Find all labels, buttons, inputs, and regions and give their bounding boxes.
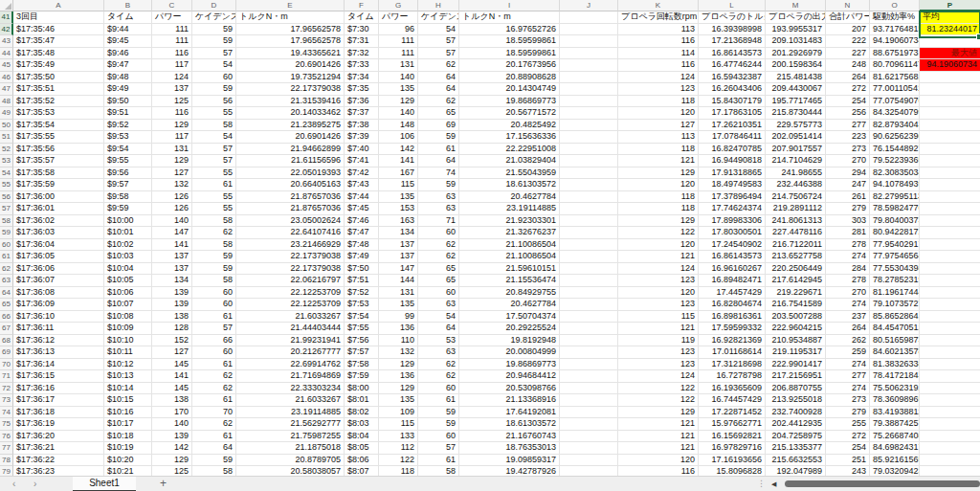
cell-J44[interactable] [560, 48, 618, 60]
cell-F51[interactable]: $7:39 [345, 131, 379, 144]
row-header-61[interactable]: 61 [0, 251, 13, 263]
cell-F73[interactable]: $8:01 [345, 394, 379, 407]
cell-G74[interactable]: 109 [379, 407, 418, 419]
cell-P66[interactable] [920, 311, 980, 324]
cell-I66[interactable]: 17.50704374 [459, 311, 560, 324]
cell-M76[interactable]: 204.7258975 [766, 431, 826, 443]
cell-E50[interactable]: 21.23895275 [236, 120, 345, 132]
cell-P75[interactable] [920, 418, 980, 431]
cell-G54[interactable]: 167 [379, 167, 418, 180]
cell-G67[interactable]: 136 [379, 323, 418, 335]
cell-O53[interactable]: 79.52239365 [870, 155, 920, 167]
cell-J70[interactable] [560, 359, 618, 371]
cell-G78[interactable]: 122 [379, 455, 418, 467]
cell-O44[interactable]: 88.67519731 [870, 48, 920, 60]
cell-I43[interactable]: 18.59599861 [459, 35, 560, 48]
cell-P71[interactable] [920, 370, 980, 383]
cell-I75[interactable]: 18.61303572 [459, 418, 560, 431]
cell-L72[interactable]: 16.19365609 [699, 383, 766, 395]
cell-N61[interactable]: 274 [826, 251, 870, 263]
cell-K42[interactable]: 113 [618, 24, 699, 36]
cell-F68[interactable]: $7:56 [345, 335, 379, 347]
cell-O67[interactable]: 84.45470512 [870, 323, 920, 335]
cell-K60[interactable]: 120 [618, 239, 699, 252]
cell-C64[interactable]: 139 [152, 287, 192, 300]
cell-N74[interactable]: 279 [826, 407, 870, 419]
cell-A55[interactable]: $17:35:59 [13, 179, 104, 191]
cell-E51[interactable]: 20.6901426 [236, 131, 345, 144]
cell-J76[interactable] [560, 431, 618, 443]
cell-O71[interactable]: 78.41721843 [870, 370, 920, 383]
cell-O45[interactable]: 80.70961147 [870, 59, 920, 72]
cell-C72[interactable]: 145 [152, 383, 192, 395]
cell-E41[interactable]: トルクN・m [236, 11, 345, 24]
cell-B45[interactable]: $9:47 [104, 59, 152, 72]
cell-G44[interactable]: 111 [379, 48, 418, 60]
cell-I44[interactable]: 18.59599861 [459, 48, 560, 60]
cell-L54[interactable]: 17.91318865 [699, 167, 766, 180]
cell-P73[interactable] [920, 394, 980, 407]
cell-L58[interactable]: 17.89983306 [699, 215, 766, 228]
cell-P49[interactable] [920, 107, 980, 120]
cell-A69[interactable]: $17:36:13 [13, 346, 104, 359]
cell-L68[interactable]: 16.92821369 [699, 335, 766, 347]
cell-C61[interactable]: 137 [152, 251, 192, 263]
cell-E73[interactable]: 21.6033267 [236, 394, 345, 407]
cell-I69[interactable]: 20.00804999 [459, 346, 560, 359]
row-header-41[interactable]: 41 [0, 11, 13, 24]
cell-P57[interactable] [920, 203, 980, 215]
cell-M71[interactable]: 217.2156951 [766, 370, 826, 383]
cell-D55[interactable]: 61 [192, 179, 236, 191]
cell-F57[interactable]: $7:45 [345, 203, 379, 215]
cell-B64[interactable]: $10:06 [104, 287, 152, 300]
cell-A56[interactable]: $17:36:00 [13, 191, 104, 204]
cell-J64[interactable] [560, 287, 618, 300]
cell-J56[interactable] [560, 191, 618, 204]
cell-J72[interactable] [560, 383, 618, 395]
cell-A68[interactable]: $17:36:12 [13, 335, 104, 347]
row-header-47[interactable]: 47 [0, 83, 13, 96]
cell-F74[interactable]: $8:02 [345, 407, 379, 419]
cell-D78[interactable]: 59 [192, 455, 236, 467]
cell-M67[interactable]: 222.9604215 [766, 323, 826, 335]
cell-H46[interactable]: 64 [418, 72, 459, 84]
cell-I70[interactable]: 19.86869773 [459, 359, 560, 371]
cell-B71[interactable]: $10:13 [104, 370, 152, 383]
cell-D75[interactable]: 62 [192, 418, 236, 431]
cell-A47[interactable]: $17:35:51 [13, 83, 104, 96]
column-header-G[interactable]: G [379, 0, 418, 11]
cell-G73[interactable]: 135 [379, 394, 418, 407]
cell-D57[interactable]: 55 [192, 203, 236, 215]
cell-B72[interactable]: $10:14 [104, 383, 152, 395]
cell-A49[interactable]: $17:35:53 [13, 107, 104, 120]
cell-C42[interactable]: 111 [152, 24, 192, 36]
cell-O74[interactable]: 83.41938811 [870, 407, 920, 419]
cell-F50[interactable]: $7:38 [345, 120, 379, 132]
cell-H58[interactable]: 71 [418, 215, 459, 228]
prev-sheet-arrow-icon[interactable]: ‹ [12, 477, 15, 491]
cell-H67[interactable]: 64 [418, 323, 459, 335]
cell-E60[interactable]: 23.21466929 [236, 239, 345, 252]
row-header-50[interactable]: 50 [0, 120, 13, 132]
cell-F79[interactable]: $8:07 [345, 466, 379, 476]
cell-D77[interactable]: 64 [192, 442, 236, 455]
scrollbar-divider-icon[interactable]: ⋮ [757, 477, 766, 491]
cell-I48[interactable]: 19.86869773 [459, 96, 560, 108]
cell-E71[interactable]: 21.71694869 [236, 370, 345, 383]
cell-A50[interactable]: $17:35:54 [13, 120, 104, 132]
cell-H41[interactable]: ケイデンス [418, 11, 459, 24]
cell-K69[interactable]: 123 [618, 346, 699, 359]
cell-A66[interactable]: $17:36:10 [13, 311, 104, 324]
column-header-P[interactable]: P [920, 0, 980, 11]
cell-E63[interactable]: 22.06216797 [236, 275, 345, 287]
column-header-B[interactable]: B [104, 0, 152, 11]
cell-M69[interactable]: 219.1195317 [766, 346, 826, 359]
cell-D72[interactable]: 62 [192, 383, 236, 395]
cell-M46[interactable]: 215.481438 [766, 72, 826, 84]
cell-E52[interactable]: 21.94662899 [236, 144, 345, 156]
cell-C47[interactable]: 137 [152, 83, 192, 96]
cell-F69[interactable]: $7:57 [345, 346, 379, 359]
cell-O66[interactable]: 85.86528641 [870, 311, 920, 324]
cell-H69[interactable]: 63 [418, 346, 459, 359]
cell-O49[interactable]: 84.32540799 [870, 107, 920, 120]
